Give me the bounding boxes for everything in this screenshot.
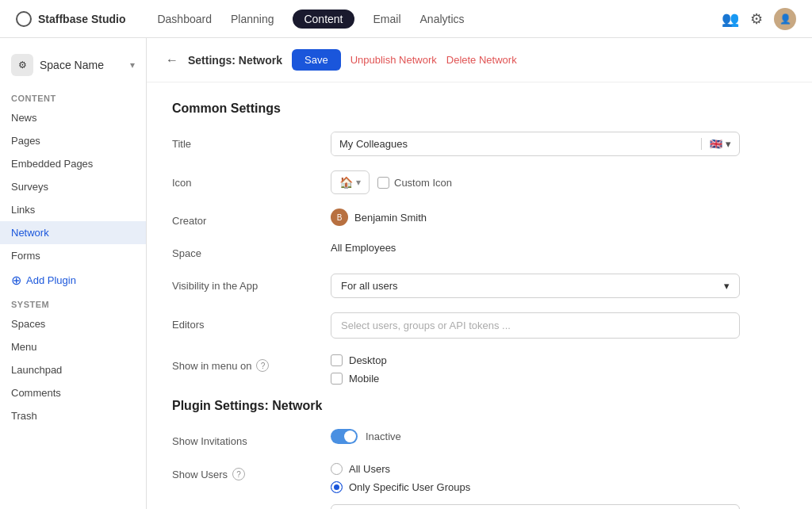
save-button[interactable]: Save — [292, 49, 341, 71]
chevron-down-icon: ▾ — [130, 59, 135, 71]
icon-row: Icon 🏠 ▾ Custom Icon — [172, 170, 740, 194]
unpublish-button[interactable]: Unpublish Network — [350, 54, 437, 66]
editors-placeholder: Select users, groups or API tokens ... — [341, 320, 511, 331]
sidebar-item-pages[interactable]: Pages — [0, 129, 146, 152]
system-section-label: System — [0, 293, 146, 312]
space-name: Space Name — [40, 59, 104, 71]
creator-row: Creator B Benjamin Smith — [172, 209, 740, 227]
specific-groups-radio-circle — [331, 481, 343, 493]
sidebar-item-embedded-pages[interactable]: Embedded Pages — [0, 152, 146, 175]
show-users-help-icon[interactable]: ? — [232, 468, 245, 480]
delete-button[interactable]: Delete Network — [446, 54, 517, 66]
title-label: Title — [172, 132, 331, 150]
icon-chevron: ▾ — [356, 177, 361, 188]
flag-chevron: ▾ — [726, 138, 731, 150]
sidebar-item-forms[interactable]: Forms — [0, 244, 146, 267]
title-row: Title 🇬🇧 ▾ — [172, 132, 740, 156]
sidebar-item-spaces[interactable]: Spaces — [0, 312, 146, 335]
icon-label: Icon — [172, 170, 331, 189]
title-input-wrap: 🇬🇧 ▾ — [331, 132, 740, 156]
visibility-row: Visibility in the App For all users ▾ — [172, 274, 740, 298]
show-menu-label: Show in menu on ? — [172, 353, 331, 372]
show-users-row: Show Users ? All Users Only Specific Use… — [172, 461, 740, 509]
logo-icon — [16, 11, 32, 27]
desktop-box — [331, 354, 343, 366]
show-invitations-control: Inactive — [331, 429, 740, 444]
toggle-state-label: Inactive — [366, 431, 401, 442]
visibility-control: For all users ▾ — [331, 274, 740, 298]
show-users-label: Show Users ? — [172, 461, 331, 480]
app-name: Staffbase Studio — [38, 13, 125, 25]
flag-icon: 🇬🇧 — [710, 138, 722, 150]
toggle-knob — [344, 431, 356, 442]
avatar[interactable]: 👤 — [774, 8, 796, 30]
people-icon[interactable]: 👥 — [722, 10, 739, 28]
main-content: ← Settings: Network Save Unpublish Netwo… — [147, 38, 812, 509]
sidebar-item-launchpad[interactable]: Launchpad — [0, 358, 146, 381]
content-section-label: Content — [0, 87, 146, 106]
settings-body: Common Settings Title 🇬🇧 ▾ Icon — [147, 82, 765, 509]
space-icon: ⚙ — [11, 54, 33, 76]
nav-content[interactable]: Content — [293, 10, 354, 29]
sidebar-item-network[interactable]: Network — [0, 221, 146, 244]
editors-control: Select users, groups or API tokens ... — [331, 312, 740, 339]
nav-links: Dashboard Planning Content Email Analyti… — [157, 10, 722, 29]
back-button[interactable]: ← — [166, 53, 178, 67]
show-menu-control: Desktop Mobile — [331, 353, 740, 385]
icon-dropdown[interactable]: 🏠 ▾ — [331, 170, 370, 194]
app-layout: ⚙ Space Name ▾ Content News Pages Embedd… — [0, 38, 812, 509]
visibility-value: For all users — [341, 280, 398, 292]
language-flag[interactable]: 🇬🇧 ▾ — [701, 138, 739, 150]
all-users-label: All Users — [349, 463, 390, 475]
creator-control: B Benjamin Smith — [331, 209, 740, 226]
custom-icon-box — [377, 177, 389, 189]
add-plugin-button[interactable]: ⊕ Add Plugin — [0, 267, 146, 293]
app-logo: Staffbase Studio — [16, 11, 125, 27]
show-users-control: All Users Only Specific User Groups Sele… — [331, 461, 740, 509]
visibility-dropdown[interactable]: For all users ▾ — [331, 274, 740, 298]
common-settings-title: Common Settings — [172, 101, 740, 116]
all-users-radio-circle — [331, 463, 343, 475]
desktop-checkbox[interactable]: Desktop — [331, 354, 740, 366]
sidebar: ⚙ Space Name ▾ Content News Pages Embedd… — [0, 38, 147, 509]
show-menu-help-icon[interactable]: ? — [256, 359, 269, 372]
icon-control: 🏠 ▾ Custom Icon — [331, 170, 740, 194]
editors-label: Editors — [172, 312, 331, 331]
custom-icon-checkbox[interactable]: Custom Icon — [377, 177, 452, 189]
sidebar-item-menu[interactable]: Menu — [0, 335, 146, 358]
nav-email[interactable]: Email — [373, 13, 401, 25]
title-input[interactable] — [331, 132, 701, 155]
nav-planning[interactable]: Planning — [231, 13, 274, 25]
show-users-radios: All Users Only Specific User Groups — [331, 461, 740, 493]
sidebar-item-trash[interactable]: Trash — [0, 404, 146, 427]
desktop-label: Desktop — [349, 354, 387, 366]
sidebar-item-links[interactable]: Links — [0, 198, 146, 221]
groups-select-input[interactable]: Select ... — [331, 504, 740, 509]
creator-name: Benjamin Smith — [354, 212, 427, 224]
editors-row: Editors Select users, groups or API toke… — [172, 312, 740, 339]
user-groups-section: Select ... 👥 Location: DACH ✕ 👥 — [331, 504, 740, 509]
show-menu-row: Show in menu on ? Desktop Mobile — [172, 353, 740, 385]
show-menu-checkboxes: Desktop Mobile — [331, 353, 740, 385]
mobile-checkbox[interactable]: Mobile — [331, 373, 740, 385]
sidebar-item-news[interactable]: News — [0, 106, 146, 129]
sidebar-item-surveys[interactable]: Surveys — [0, 175, 146, 198]
mobile-label: Mobile — [349, 373, 379, 385]
invitations-toggle[interactable] — [331, 429, 358, 444]
page-header: ← Settings: Network Save Unpublish Netwo… — [147, 38, 812, 82]
nav-analytics[interactable]: Analytics — [420, 13, 465, 25]
space-value: All Employees — [331, 235, 396, 254]
all-users-radio[interactable]: All Users — [331, 463, 740, 475]
sidebar-item-comments[interactable]: Comments — [0, 381, 146, 404]
nav-dashboard[interactable]: Dashboard — [157, 13, 212, 25]
add-plugin-label: Add Plugin — [26, 274, 76, 286]
gear-icon[interactable]: ⚙ — [750, 10, 763, 28]
show-invitations-label: Show Invitations — [172, 429, 331, 447]
editors-input[interactable]: Select users, groups or API tokens ... — [331, 312, 740, 339]
specific-groups-label: Only Specific User Groups — [349, 481, 470, 493]
icon-value: 🏠 — [339, 176, 353, 189]
custom-icon-label: Custom Icon — [394, 177, 452, 189]
sidebar-space[interactable]: ⚙ Space Name ▾ — [0, 48, 146, 87]
nav-actions: 👥 ⚙ 👤 — [722, 8, 796, 30]
specific-groups-radio[interactable]: Only Specific User Groups — [331, 481, 740, 493]
